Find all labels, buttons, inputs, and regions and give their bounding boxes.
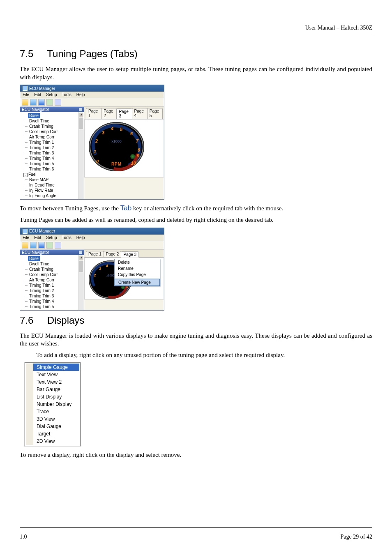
scrollbar[interactable]: ▲ (78, 112, 84, 199)
tab-page-2[interactable]: Page 2 (104, 251, 122, 257)
display-bar-gauge[interactable]: Bar Gauge (33, 386, 79, 393)
tree-item[interactable]: Cool Temp Corr (22, 129, 84, 134)
display-2d-view[interactable]: 2D View (33, 438, 79, 445)
scroll-up-icon[interactable]: ▲ (79, 112, 84, 118)
tree-item-base[interactable]: Base (28, 113, 40, 118)
context-create-new-page[interactable]: Create New Page (115, 279, 160, 286)
para-text: key or alternatively click on the requir… (131, 205, 283, 212)
menu-tools[interactable]: Tools (62, 235, 71, 240)
gauge-tick: 2 (94, 273, 96, 277)
write-icon[interactable] (30, 99, 37, 106)
paste-icon[interactable] (55, 242, 61, 249)
display-3d-view[interactable]: 3D View (33, 415, 79, 423)
ecu-manager-window-1: ECU Manager File Edit Setup Tools Help E… (20, 85, 164, 200)
tree-item[interactable]: Timing Trim 3 (22, 293, 84, 299)
pin-icon[interactable] (79, 251, 82, 254)
ecu-navigator-panel: ECU Navigator Base Dwell Time Crank Timi… (20, 250, 84, 310)
section-7-6-para-3: To remove a display, right click on the … (20, 451, 372, 459)
tree-item-base[interactable]: Base (28, 256, 40, 261)
save-icon[interactable] (38, 242, 45, 249)
write-icon[interactable] (30, 242, 37, 249)
gauge-tick: 3 (99, 267, 101, 270)
tab-page-1[interactable]: Page 1 (86, 251, 104, 257)
menu-file[interactable]: File (23, 235, 29, 240)
tree-item[interactable]: Base MAP (22, 177, 84, 182)
tab-page-2[interactable]: Page 2 (101, 108, 117, 119)
open-icon[interactable] (22, 242, 28, 249)
pin-icon[interactable] (79, 108, 82, 111)
app-icon (23, 229, 28, 234)
page-footer: 1.0 Page 29 of 42 (20, 527, 372, 540)
tab-page-1[interactable]: Page 1 (86, 108, 101, 119)
open-icon[interactable] (22, 99, 28, 106)
gauge-tick: 9 (137, 153, 139, 158)
display-target[interactable]: Target (33, 430, 79, 438)
scroll-thumb[interactable] (79, 118, 84, 129)
display-text-view-2[interactable]: Text View 2 (33, 378, 79, 386)
ecu-navigator-panel: ECU Navigator Base Dwell Time Crank Timi… (20, 107, 84, 199)
tree-item[interactable]: Timing Trim 4 (22, 156, 84, 161)
tree-item[interactable]: Air Temp Corr (22, 277, 84, 283)
menu-setup[interactable]: Setup (46, 92, 57, 97)
navigator-tree[interactable]: Base Dwell Time Crank Timing Cool Temp C… (20, 112, 84, 199)
tree-item[interactable]: Timing Trim 1 (22, 140, 84, 145)
display-dial-gauge[interactable]: Dial Gauge (33, 423, 79, 430)
menu-edit[interactable]: Edit (34, 92, 41, 97)
menu-setup[interactable]: Setup (46, 235, 57, 240)
display-number-display[interactable]: Number Display (33, 401, 79, 408)
tree-item[interactable]: Timing Trim 2 (22, 145, 84, 150)
paste-icon[interactable] (55, 99, 61, 106)
display-list-display[interactable]: List Display (33, 393, 79, 401)
tree-item[interactable]: Inj Dead Time (22, 182, 84, 188)
tree-item[interactable]: Crank Timing (22, 267, 84, 272)
menu-file[interactable]: File (23, 92, 29, 97)
tree-item[interactable]: Inj Flow Rate (22, 188, 84, 193)
tree-item[interactable]: Dwell Time (22, 261, 84, 267)
tree-item[interactable]: Timing Trim 1 (22, 283, 84, 288)
tree-item[interactable]: Air Temp Corr (22, 134, 84, 140)
gauge-tick: 2 (95, 138, 98, 143)
tree-item[interactable]: Inj Firing Angle (22, 193, 84, 198)
rpm-gauge[interactable]: 0 1 2 3 4 5 6 7 8 9 10 x1000 RPM (89, 122, 144, 171)
tree-item[interactable]: Timing Trim 3 (22, 150, 84, 156)
tree-item[interactable]: Crank Timing (22, 124, 84, 129)
context-delete[interactable]: Delete (115, 259, 160, 265)
display-trace[interactable]: Trace (33, 408, 79, 415)
scrollbar[interactable]: ▲ (78, 255, 84, 310)
tab-page-5[interactable]: Page 5 (147, 108, 163, 119)
toolbar (20, 241, 164, 250)
menu-help[interactable]: Help (76, 92, 85, 97)
tab-page-3[interactable]: Page 3 (116, 108, 132, 119)
copy-icon[interactable] (46, 99, 53, 106)
navigator-title-text: ECU Navigator (22, 107, 49, 112)
menu-help[interactable]: Help (76, 235, 85, 240)
scroll-up-icon[interactable]: ▲ (79, 255, 84, 261)
menu-tools[interactable]: Tools (62, 92, 71, 97)
tree-item[interactable]: Cool Temp Corr (22, 272, 84, 277)
tree-item[interactable]: Timing Trim 4 (22, 299, 84, 304)
context-rename[interactable]: Rename (115, 265, 160, 272)
window-titlebar: ECU Manager (20, 228, 164, 235)
menu-separator (115, 278, 160, 279)
content-panel: Page 1 Page 2 Page 3 2 3 4 7 8 9 x1000 (84, 250, 164, 310)
scroll-thumb[interactable] (79, 261, 84, 272)
gauge-tick: 10 (131, 161, 136, 166)
context-copy-page[interactable]: Copy this Page (115, 272, 160, 278)
display-text-view[interactable]: Text View (33, 371, 79, 378)
tree-group-fuel[interactable]: -Fuel (22, 172, 84, 177)
navigator-tree[interactable]: Base Dwell Time Crank Timing Cool Temp C… (20, 255, 84, 310)
menu-edit[interactable]: Edit (34, 235, 41, 240)
tab-page-3[interactable]: Page 3 (121, 251, 139, 258)
gauge-unit: x1000 (111, 139, 122, 143)
tree-item[interactable]: Timing Trim 5 (22, 304, 84, 309)
copy-icon[interactable] (46, 242, 53, 249)
tree-item[interactable]: Timing Trim 5 (22, 161, 84, 166)
tree-item[interactable]: Timing Trim 2 (22, 288, 84, 293)
section-7-6-para-1: The ECU Manager is loaded with various d… (20, 332, 372, 348)
tab-page-4[interactable]: Page 4 (132, 108, 148, 119)
tree-item[interactable]: Timing Trim 6 (22, 166, 84, 172)
save-icon[interactable] (38, 99, 45, 106)
gauge-tick: 0 (96, 159, 99, 164)
display-simple-gauge[interactable]: Simple Gauge (33, 364, 79, 371)
tree-item[interactable]: Dwell Time (22, 118, 84, 124)
